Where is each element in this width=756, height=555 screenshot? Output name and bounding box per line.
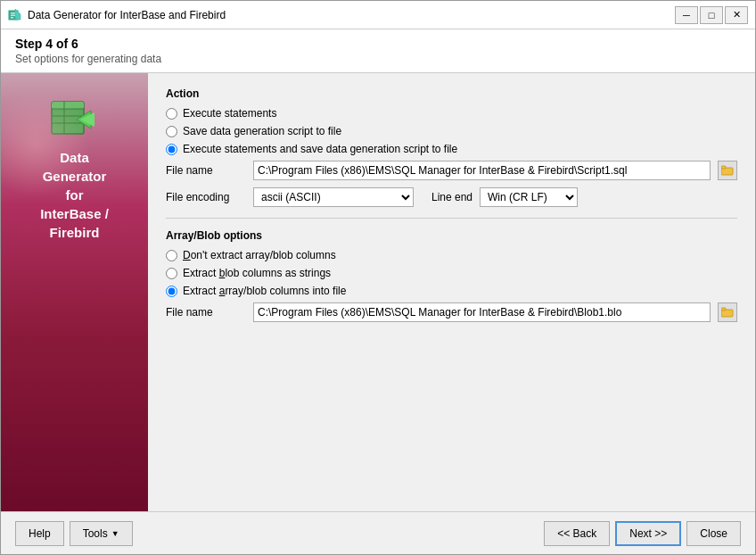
svg-rect-14 <box>721 166 726 169</box>
line-end-label: Line end <box>431 191 472 203</box>
svg-rect-4 <box>11 17 13 19</box>
label-exec-and-save: Execute statements and save data generat… <box>183 143 457 155</box>
file-name-row: File name <box>166 161 737 180</box>
app-icon <box>8 8 22 22</box>
radio-exec-and-save[interactable]: Execute statements and save data generat… <box>166 143 737 155</box>
array-blob-section-label: Array/Blob options <box>166 229 737 242</box>
svg-rect-2 <box>11 12 15 14</box>
minimize-button[interactable]: ─ <box>675 6 698 24</box>
blob-file-browse-button[interactable] <box>718 302 737 322</box>
sidebar-app-name: Data Generator for InterBase / Firebird <box>40 148 109 242</box>
radio-execute-statements[interactable]: Execute statements <box>166 107 737 120</box>
file-name-label: File name <box>166 164 246 177</box>
window-title: Data Generator for InterBase and Firebir… <box>28 9 670 21</box>
radio-no-extract-input[interactable] <box>166 250 177 261</box>
footer: Help Tools ▼ << Back Next >> Close <box>1 511 755 554</box>
main-form: Action Execute statements Save data gene… <box>148 73 755 511</box>
sidebar-logo <box>46 91 103 148</box>
file-browse-button[interactable] <box>718 161 737 180</box>
main-window: Data Generator for InterBase and Firebir… <box>0 0 756 555</box>
content-area: Data Generator for InterBase / Firebird … <box>1 73 755 511</box>
tools-button[interactable]: Tools ▼ <box>70 521 133 546</box>
step-subtitle: Set options for generating data <box>15 53 741 65</box>
close-button-footer[interactable]: Close <box>686 521 741 546</box>
label-no-extract: Don't extract array/blob columns <box>183 249 336 261</box>
file-encoding-select[interactable]: ascii (ASCII) <box>253 187 414 207</box>
radio-array-into-file-input[interactable] <box>166 286 177 297</box>
next-button[interactable]: Next >> <box>615 521 681 546</box>
blob-file-name-row: File name <box>166 302 737 322</box>
label-blob-strings: Extract blob columns as strings <box>183 267 331 279</box>
svg-rect-3 <box>11 14 15 16</box>
sidebar: Data Generator for InterBase / Firebird <box>1 73 148 511</box>
title-bar: Data Generator for InterBase and Firebir… <box>1 1 755 29</box>
blob-folder-icon <box>721 307 734 318</box>
tools-dropdown-icon: ▼ <box>111 529 119 538</box>
maximize-button[interactable]: □ <box>700 6 723 24</box>
back-button[interactable]: << Back <box>544 521 610 546</box>
folder-icon <box>721 165 734 176</box>
file-name-input[interactable] <box>253 161 711 180</box>
window-controls: ─ □ ✕ <box>675 6 748 24</box>
close-button[interactable]: ✕ <box>725 6 748 24</box>
line-end-select[interactable]: Win (CR LF) <box>480 187 578 207</box>
radio-array-into-file[interactable]: Extract array/blob columns into file <box>166 285 737 297</box>
radio-no-extract[interactable]: Don't extract array/blob columns <box>166 249 737 261</box>
file-encoding-label: File encoding <box>166 191 246 203</box>
label-exec-stmt: Execute statements <box>183 107 276 120</box>
radio-exec-and-save-input[interactable] <box>166 144 177 155</box>
radio-save-script[interactable] <box>166 126 177 137</box>
svg-rect-6 <box>52 102 84 109</box>
action-section-label: Action <box>166 87 737 100</box>
step-header: Step 4 of 6 Set options for generating d… <box>1 29 755 73</box>
tools-label: Tools <box>83 527 108 540</box>
label-save-script: Save data generation script to file <box>183 125 341 137</box>
label-array-into-file: Extract array/blob columns into file <box>183 285 346 297</box>
radio-exec-stmt[interactable] <box>166 108 177 120</box>
step-title: Step 4 of 6 <box>15 37 741 51</box>
file-encoding-row: File encoding ascii (ASCII) Line end Win… <box>166 187 737 207</box>
svg-rect-16 <box>721 308 726 311</box>
help-button[interactable]: Help <box>15 521 64 546</box>
radio-blob-strings[interactable]: Extract blob columns as strings <box>166 267 737 279</box>
blob-file-name-input[interactable] <box>253 302 711 322</box>
radio-save-script[interactable]: Save data generation script to file <box>166 125 737 137</box>
blob-file-name-label: File name <box>166 306 246 319</box>
radio-blob-strings-input[interactable] <box>166 268 177 279</box>
section-separator <box>166 218 737 219</box>
